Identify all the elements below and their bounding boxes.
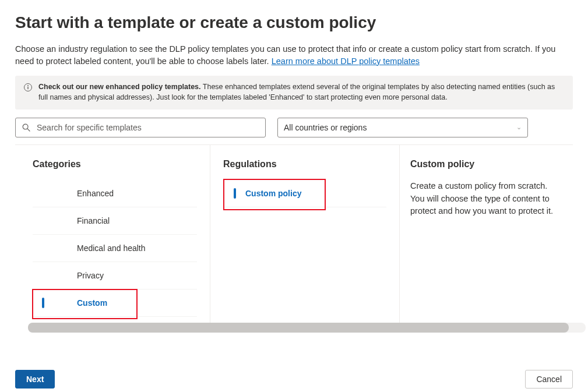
wizard-footer: Next Cancel [0,370,588,389]
category-label: Financial [77,216,110,225]
template-browser: Categories Enhanced Financial Medical an… [15,145,573,323]
category-item-custom[interactable]: Custom [33,289,197,317]
svg-point-1 [27,85,29,86]
category-label: Privacy [77,271,104,280]
cancel-button[interactable]: Cancel [525,370,573,389]
info-icon [23,83,33,92]
detail-body: Create a custom policy from scratch. You… [410,180,560,218]
categories-heading: Categories [33,159,197,169]
detail-column: Custom policy Create a custom policy fro… [400,145,573,323]
learn-more-link[interactable]: Learn more about DLP policy templates [272,56,420,66]
regulation-label: Custom policy [245,189,301,198]
category-label: Enhanced [77,189,114,198]
info-banner: Check out our new enhanced policy templa… [15,76,573,110]
page-title: Start with a template or create a custom… [15,13,573,33]
template-search[interactable] [15,118,266,137]
region-dropdown[interactable]: All countries or regions ⌄ [277,118,528,137]
category-item-financial[interactable]: Financial [33,207,197,235]
next-button[interactable]: Next [15,370,55,389]
filter-row: All countries or regions ⌄ [15,118,573,137]
scrollbar-thumb[interactable] [28,323,569,333]
category-item-enhanced[interactable]: Enhanced [33,180,197,207]
svg-rect-2 [27,86,28,89]
category-label: Custom [77,298,107,308]
category-item-medical[interactable]: Medical and health [33,235,197,262]
search-icon [22,123,31,132]
regulation-item-custom-policy[interactable]: Custom policy [223,180,386,207]
horizontal-scrollbar[interactable] [28,323,586,333]
regulations-heading: Regulations [223,159,386,169]
chevron-down-icon: ⌄ [516,123,522,131]
search-input[interactable] [36,122,259,133]
page-subtitle: Choose an industry regulation to see the… [15,43,573,68]
info-banner-bold: Check out our new enhanced policy templa… [38,83,201,91]
categories-column: Categories Enhanced Financial Medical an… [15,145,210,323]
info-banner-text: Check out our new enhanced policy templa… [38,82,565,103]
detail-title: Custom policy [410,159,560,169]
svg-point-3 [23,124,28,129]
category-item-privacy[interactable]: Privacy [33,262,197,289]
svg-line-4 [27,129,30,131]
category-label: Medical and health [77,243,146,253]
region-dropdown-value: All countries or regions [284,123,367,132]
regulations-column: Regulations Custom policy [210,145,400,323]
